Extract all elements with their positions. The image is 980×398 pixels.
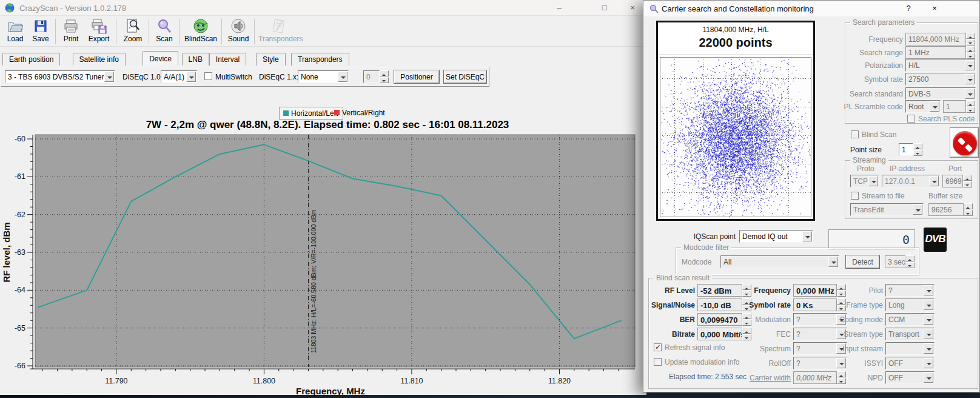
search-pls-checkbox[interactable] [907, 115, 915, 123]
stream-type-select[interactable]: Transport [885, 328, 935, 340]
chevron-down-icon[interactable] [924, 314, 933, 325]
search-range-input[interactable]: 1 MHz [905, 46, 966, 59]
chevron-down-icon[interactable] [913, 204, 922, 215]
chevron-down-icon[interactable] [929, 176, 939, 186]
port-input[interactable]: 6969 [942, 175, 963, 187]
tab-earth-position[interactable]: Earth position [2, 53, 60, 66]
frequency-stepper[interactable] [966, 33, 975, 46]
spin-up-icon[interactable] [966, 33, 975, 39]
blind-scan-checkbox[interactable] [851, 130, 859, 138]
tab-device[interactable]: Device [143, 51, 178, 66]
spin-up-icon[interactable] [964, 203, 973, 209]
port-stepper[interactable] [963, 175, 972, 187]
chevron-down-icon[interactable] [924, 358, 933, 368]
position-input[interactable]: 0 [363, 70, 380, 83]
point-size-input[interactable]: 1 [899, 143, 913, 156]
chevron-down-icon[interactable] [828, 257, 838, 267]
spin-down-icon[interactable] [964, 210, 973, 216]
set-diseqc-button[interactable]: Set DiSEqC [443, 70, 487, 84]
position-stepper[interactable] [380, 70, 389, 83]
search-range-stepper[interactable] [966, 46, 975, 59]
toolbar-button-export[interactable]: Export [85, 18, 113, 46]
chevron-down-icon[interactable] [965, 89, 975, 99]
modcode-select[interactable]: All [720, 255, 839, 268]
diseqc1x-select[interactable]: None [298, 70, 349, 83]
polarization-select[interactable]: H/L [905, 59, 976, 72]
chevron-down-icon[interactable] [186, 72, 196, 82]
npd-select[interactable]: OFF [885, 371, 935, 384]
multiswitch-checkbox[interactable] [204, 72, 212, 80]
frame-type-select[interactable]: Long [885, 298, 935, 311]
file-format-select[interactable]: TransEdit [850, 203, 924, 216]
tab-interval[interactable]: Interval [209, 53, 246, 66]
buffer-size-input[interactable]: 96256 [928, 203, 964, 216]
tuner-select[interactable]: 3 - TBS 6903 DVBS/S2 Tuner 1 [5, 70, 115, 83]
frequency-input[interactable]: 11804,000 MHz [905, 33, 966, 46]
spin-down-icon[interactable] [966, 107, 975, 113]
toolbar-button-sound[interactable]: Sound [226, 18, 251, 46]
ip-address-select[interactable]: 127.0.0.1 [882, 175, 940, 187]
pl-scramble-code-stepper[interactable] [966, 100, 975, 113]
tab-transponders[interactable]: Transponders [291, 53, 349, 66]
positioner-button[interactable]: Positioner [394, 70, 440, 84]
detect-interval-input[interactable]: 3 sec [885, 255, 905, 268]
pl-scramble-code-number-input[interactable]: 1 [943, 100, 966, 113]
input-stream-select[interactable] [885, 342, 935, 355]
issyi-select[interactable]: OFF [885, 357, 935, 369]
help-button[interactable]: ? [900, 1, 917, 16]
detect-button[interactable]: Detect [845, 255, 880, 269]
toolbar-button-transponders[interactable]: Transponders [258, 18, 298, 46]
detect-interval-stepper[interactable] [905, 255, 915, 268]
spin-up-icon[interactable] [966, 46, 975, 52]
chevron-down-icon[interactable] [104, 72, 114, 82]
spin-up-icon[interactable] [963, 175, 972, 181]
pilot-select[interactable]: ? [885, 284, 935, 297]
symbol-rate-select[interactable]: 27500 [905, 73, 976, 86]
maximize-button[interactable]: □ [592, 0, 617, 16]
spin-down-icon[interactable] [963, 181, 972, 187]
iqscan-point-select[interactable]: Demod IQ out [739, 230, 813, 243]
spin-up-icon[interactable] [913, 143, 922, 149]
spin-down-icon[interactable] [966, 53, 975, 59]
stop-scan-button[interactable] [950, 127, 979, 158]
spin-down-icon[interactable] [913, 150, 922, 156]
tab-satellite-info[interactable]: Satellite info [73, 53, 126, 66]
toolbar-button-zoom[interactable]: Zoom [120, 18, 146, 46]
update-modulation-info-checkbox[interactable] [654, 358, 662, 366]
chevron-down-icon[interactable] [924, 343, 933, 354]
chevron-down-icon[interactable] [965, 60, 975, 70]
spin-down-icon[interactable] [380, 77, 389, 83]
dialog-close-button[interactable]: × [926, 1, 943, 16]
stream-to-file-checkbox[interactable] [851, 192, 859, 200]
tab-lnb[interactable]: LNB [182, 53, 209, 66]
toolbar-button-print[interactable]: Print [59, 18, 82, 46]
close-button[interactable]: × [620, 0, 645, 16]
point-size-stepper[interactable] [913, 143, 922, 156]
chevron-down-icon[interactable] [924, 300, 933, 310]
chevron-down-icon[interactable] [868, 176, 878, 186]
chevron-down-icon[interactable] [924, 329, 933, 339]
toolbar-button-load[interactable]: Load [4, 18, 27, 46]
toolbar-button-blindscan[interactable]: BlindScan [183, 18, 218, 46]
pl-scramble-code-select[interactable]: Root [905, 100, 941, 113]
search-standard-select[interactable]: DVB-S [905, 87, 976, 100]
spin-down-icon[interactable] [966, 39, 975, 46]
coding-mode-select[interactable]: CCM [885, 313, 935, 326]
chevron-down-icon[interactable] [965, 74, 975, 84]
chevron-down-icon[interactable] [338, 72, 347, 82]
buffer-size-stepper[interactable] [964, 203, 973, 216]
toolbar-button-save[interactable]: Save [29, 18, 52, 46]
spin-up-icon[interactable] [380, 70, 389, 76]
tab-style[interactable]: Style [256, 53, 286, 66]
spin-up-icon[interactable] [966, 100, 975, 106]
refresh-signal-info-checkbox[interactable] [654, 343, 662, 351]
diseqc10-select[interactable]: A/A(1) [161, 70, 197, 83]
toolbar-button-scan[interactable]: Scan [153, 18, 176, 46]
minimize-button[interactable]: – [547, 0, 571, 16]
chevron-down-icon[interactable] [924, 373, 933, 383]
spin-up-icon[interactable] [905, 255, 915, 261]
proto-select[interactable]: TCP [850, 175, 879, 187]
spin-down-icon[interactable] [905, 262, 915, 268]
chevron-down-icon[interactable] [924, 285, 933, 295]
chevron-down-icon[interactable] [930, 101, 939, 112]
